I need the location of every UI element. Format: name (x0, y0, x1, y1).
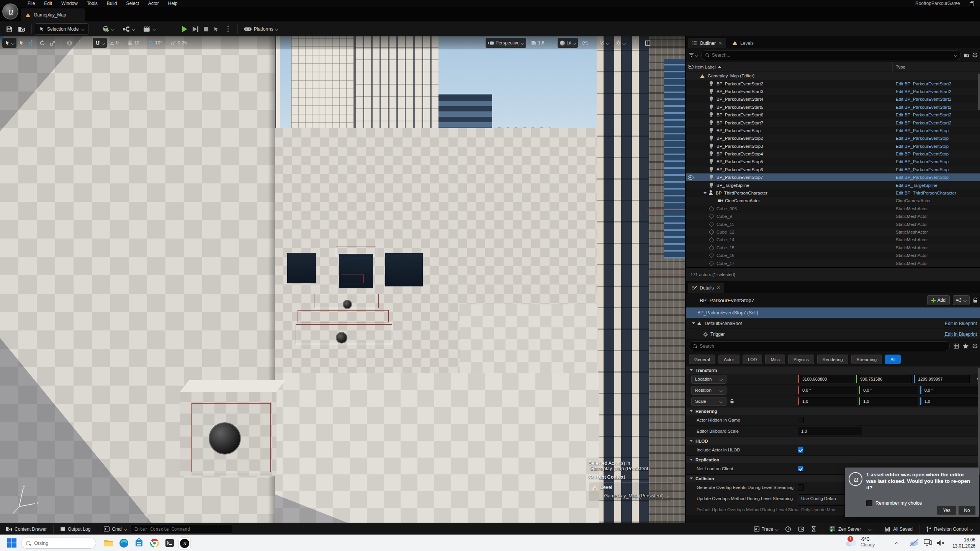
play-options-menu[interactable] (223, 24, 234, 34)
snap-magnet-dropdown[interactable] (93, 38, 107, 48)
remember-choice-row[interactable]: Remember my choice (866, 500, 922, 506)
outliner-type-cell[interactable]: CineCameraActor (896, 198, 980, 203)
edit-in-blueprint-link[interactable]: Edit in Blueprint (945, 321, 977, 326)
billboard-scale-input[interactable]: 1,0 (798, 427, 862, 435)
maximize-viewport-icon[interactable] (643, 38, 653, 48)
zen-server-dropdown[interactable]: Zen Server (826, 525, 875, 534)
location-y-field[interactable]: 930,751586 (856, 375, 912, 383)
outliner-type-cell[interactable]: Edit BP_ParkourEventStop (896, 136, 980, 141)
grid-snap-dropdown[interactable]: 10 (125, 38, 146, 48)
revision-control-dropdown[interactable]: Revision Control (923, 525, 976, 534)
outliner-type-cell[interactable]: Edit BP_ParkourEventStop (896, 144, 980, 149)
outliner-type-cell[interactable]: Edit BP_ParkourEventStop (896, 128, 980, 133)
outliner-row[interactable]: BP_ParkourEventStop3 Edit BP_ParkourEven… (686, 142, 980, 150)
outliner-row[interactable]: BP_ParkourEventStop7 Edit BP_ParkourEven… (686, 173, 980, 181)
outliner-row[interactable]: BP_ParkourEventStart4 Edit BP_ParkourEve… (686, 95, 980, 103)
rotation-y-field[interactable]: 0,0 ° (859, 386, 918, 394)
filter-chip[interactable]: LOD (743, 355, 762, 364)
unreal-logo-icon[interactable]: u (2, 3, 18, 20)
component-row-self[interactable]: BP_ParkourEventStop7 (Self) (686, 307, 980, 318)
outliner-type-cell[interactable]: StaticMeshActor (896, 206, 980, 211)
new-folder-icon[interactable] (964, 52, 969, 58)
menu-item[interactable]: Help (164, 0, 182, 7)
location-dropdown[interactable]: Location (691, 375, 726, 384)
filter-chip[interactable]: All (885, 355, 901, 364)
taskbar-search-input[interactable] (33, 540, 85, 546)
visibility-eye-icon[interactable] (688, 175, 694, 180)
angle-snap-dropdown[interactable]: 10° (146, 38, 169, 48)
yes-button[interactable]: Yes (937, 505, 957, 515)
outliner-type-cell[interactable]: Edit BP_ParkourEventStart2 (896, 97, 980, 101)
expander-icon[interactable] (704, 192, 707, 194)
filter-chip[interactable]: Actor (718, 355, 739, 364)
outliner-type-cell[interactable]: Edit BP_ParkourEventStop (896, 152, 980, 156)
blueprints-dropdown[interactable] (120, 24, 137, 34)
outliner-row[interactable]: CineCameraActor CineCameraActor (686, 197, 980, 204)
scale-y-field[interactable]: 1,0 (859, 397, 918, 405)
section-transform[interactable]: Transform (686, 366, 980, 374)
move-tool-icon[interactable] (26, 38, 37, 48)
unreal-editor-taskbar-icon[interactable]: u (178, 537, 191, 549)
outliner-row[interactable]: Cube_9 StaticMeshActor (686, 213, 980, 220)
outliner-row[interactable]: Cube_006 StaticMeshActor (686, 205, 980, 213)
filter-chip[interactable]: Misc (765, 355, 785, 364)
edge-browser-icon[interactable] (118, 537, 129, 549)
weather-widget[interactable]: 1 -9°C Cloudy (844, 536, 875, 548)
rotate-tool-icon[interactable] (37, 38, 47, 48)
outliner-row[interactable]: BP_ParkourEventStop Edit BP_ParkourEvent… (686, 127, 980, 134)
outliner-row[interactable]: BP_ParkourEventStop2 Edit BP_ParkourEven… (686, 134, 980, 142)
rotation-z-field[interactable]: 0,0 ° (920, 386, 979, 394)
filter-chip[interactable]: Physics (788, 355, 814, 364)
outliner-type-cell[interactable]: Edit BP_ParkourEventStart2 (896, 121, 980, 125)
profiler-gauge-icon[interactable] (795, 525, 808, 534)
outliner-row[interactable]: BP_ParkourEventStop5 Edit BP_ParkourEven… (686, 158, 980, 165)
restore-icon[interactable] (967, 0, 976, 7)
viewport-canvas[interactable]: 0 10 10° 0,25 Perspective 1,6 Lit (0, 36, 685, 523)
save-button[interactable] (3, 24, 15, 34)
outliner-row[interactable]: BP_ParkourEventStop6 Edit BP_ParkourEven… (686, 166, 980, 173)
outliner-filter-dropdown[interactable] (689, 53, 698, 57)
tray-expand-chevron[interactable] (895, 541, 898, 546)
hourglass-icon[interactable] (808, 525, 820, 534)
outliner-type-cell[interactable]: StaticMeshActor (896, 230, 980, 234)
outliner-row[interactable]: BP_ParkourEventStart6 Edit BP_ParkourEve… (686, 111, 980, 119)
camera-speed-dropdown[interactable]: 1,6 (528, 38, 551, 48)
outliner-row[interactable]: Cube_17 StaticMeshActor (686, 259, 980, 267)
outliner-type-cell[interactable]: StaticMeshActor (896, 245, 980, 250)
outliner-type-cell[interactable]: Edit BP_ThirdPersonCharacter (896, 191, 980, 195)
all-saved-button[interactable]: All Saved (881, 525, 916, 534)
outliner-type-cell[interactable]: Edit BP_ParkourEventStart2 (896, 82, 980, 86)
content-browser-button[interactable] (15, 24, 28, 34)
favorites-star-icon[interactable] (963, 343, 969, 349)
outliner-row[interactable]: Cube_11 StaticMeshActor (686, 220, 980, 228)
file-explorer-icon[interactable] (103, 537, 114, 549)
play-button[interactable] (180, 24, 190, 34)
outliner-search-box[interactable] (701, 50, 961, 60)
outliner-type-cell[interactable]: Edit BP_ParkourEventStop (896, 167, 980, 172)
rotation-dropdown[interactable]: Rotation (691, 386, 726, 395)
console-command-bar[interactable] (130, 525, 232, 534)
perspective-dropdown[interactable]: Perspective (486, 38, 526, 48)
visibility-eye-slot[interactable] (686, 175, 695, 180)
outliner-type-cell[interactable]: Edit BP_TargetSpline (896, 183, 980, 188)
menu-item[interactable]: Window (57, 0, 82, 7)
details-search-input[interactable] (699, 343, 946, 349)
menu-item[interactable]: Actor (144, 0, 164, 7)
tab-outliner[interactable]: Outliner (688, 38, 726, 48)
world-local-globe-icon[interactable] (64, 38, 75, 48)
details-scrollbar[interactable] (978, 368, 980, 475)
outliner-type-cell[interactable]: Edit BP_ParkourEventStart2 (896, 89, 980, 94)
location-x-field[interactable]: 3100,668808 (798, 375, 854, 383)
blueprint-edit-dropdown[interactable] (953, 295, 970, 305)
start-button[interactable] (6, 537, 18, 549)
stop-button[interactable] (201, 24, 211, 34)
tab-gameplay-map[interactable]: Gameplay_Map (21, 8, 85, 21)
current-context-dropdown[interactable]: Current Context (589, 474, 672, 480)
close-icon[interactable] (717, 286, 720, 290)
outliner-row[interactable]: Cube_14 StaticMeshActor (686, 236, 980, 244)
output-log-button[interactable]: Output Log (57, 525, 94, 534)
viewport-menu-dots[interactable] (630, 38, 640, 48)
volume-muted-icon[interactable] (937, 540, 945, 546)
outliner-row[interactable]: Cube_15 StaticMeshActor (686, 244, 980, 252)
remember-choice-checkbox[interactable] (866, 500, 872, 506)
